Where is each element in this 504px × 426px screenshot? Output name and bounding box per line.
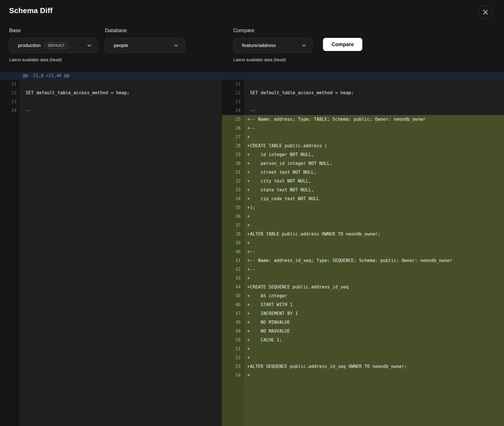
base-hint: Latest available data (head) — [9, 57, 98, 62]
line-text: AS integer — [250, 292, 287, 300]
diff-marker: + — [244, 362, 250, 371]
diff-marker: + — [244, 336, 250, 345]
diff-marker: + — [244, 274, 250, 283]
line-text: id integer NOT NULL, — [250, 150, 314, 159]
line-number: 49 — [222, 327, 244, 336]
diff-marker — [244, 97, 250, 106]
line-number: 42 — [222, 265, 244, 274]
diff-line: 47+ INCREMENT BY 1 — [222, 309, 504, 318]
line-text: -- Name: address; Type: TABLE; Schema: p… — [250, 115, 426, 124]
modal-header: Schema Diff — [0, 0, 504, 25]
diff-marker: + — [244, 124, 250, 133]
line-number: 28 — [222, 142, 244, 150]
compare-pane-filler — [222, 380, 504, 426]
line-number: 22 — [0, 89, 19, 97]
line-number: 29 — [222, 150, 244, 159]
diff-line: 53+ALTER SEQUENCE public.address_id_seq … — [222, 362, 504, 371]
diff-line: 28+CREATE TABLE public.address ( — [222, 142, 504, 150]
chevron-down-icon — [169, 44, 178, 47]
line-number: 24 — [0, 106, 19, 115]
diff-line: 22SET default_table_access_method = heap… — [222, 89, 504, 97]
diff-line: 45+ AS integer — [222, 292, 504, 300]
diff-line: 42+-- — [222, 265, 504, 274]
diff-marker: + — [244, 212, 250, 221]
line-number: 46 — [222, 300, 244, 309]
diff-line: 46+ START WITH 1 — [222, 300, 504, 309]
diff-line: 44+CREATE SEQUENCE public.address_id_seq — [222, 283, 504, 292]
close-icon — [483, 9, 488, 15]
line-number: 22 — [222, 89, 244, 97]
diff-marker: + — [244, 256, 250, 265]
hunk-header: @@ -21,8 +21,46 @@ — [0, 72, 504, 80]
line-number: 52 — [222, 353, 244, 362]
line-text: CACHE 1; — [250, 336, 282, 345]
line-number: 34 — [222, 194, 244, 203]
diff-line: 48+ NO MINVALUE — [222, 318, 504, 327]
line-number: 31 — [222, 168, 244, 177]
line-number: 48 — [222, 318, 244, 327]
compare-branch-select[interactable]: feature/address — [233, 38, 312, 53]
diff-line: 31+ street text NOT NULL, — [222, 168, 504, 177]
controls-row: Base production DEFAULT Latest available… — [0, 25, 504, 62]
database-select[interactable]: people — [105, 38, 185, 53]
diff-line: 24-- — [222, 106, 504, 115]
diff-lines-compare: 2122SET default_table_access_method = he… — [222, 80, 504, 380]
diff-marker: + — [244, 327, 250, 336]
diff-line: 21 — [222, 80, 504, 89]
compare-button[interactable]: Compare — [323, 38, 362, 51]
line-number: 47 — [222, 309, 244, 318]
database-group: Database people — [105, 27, 185, 53]
line-number: 51 — [222, 345, 244, 353]
line-number: 36 — [222, 212, 244, 221]
line-text: NO MINVALUE — [250, 318, 290, 327]
diff-marker: + — [244, 230, 250, 239]
diff-line: 23 — [0, 97, 222, 106]
schema-diff-view: @@ -21,8 +21,46 @@ 2122SET default_table… — [0, 72, 504, 426]
diff-marker: + — [244, 203, 250, 212]
compare-branch-value: feature/address — [242, 43, 276, 48]
line-number: 39 — [222, 239, 244, 247]
line-text: START WITH 1 — [250, 300, 292, 309]
diff-marker: + — [244, 194, 250, 203]
diff-marker — [244, 89, 250, 97]
diff-marker — [244, 106, 250, 115]
diff-line: 27+ — [222, 133, 504, 142]
diff-marker: + — [244, 159, 250, 168]
diff-marker — [19, 80, 26, 89]
diff-line: 21 — [0, 80, 222, 89]
line-text: -- Name: address_id_seq; Type: SEQUENCE;… — [250, 256, 452, 265]
line-number: 21 — [0, 80, 19, 89]
close-button[interactable] — [479, 6, 492, 19]
diff-line: 49+ NO MAXVALUE — [222, 327, 504, 336]
line-text: -- — [26, 106, 31, 115]
diff-line: 30+ person_id integer NOT NULL, — [222, 159, 504, 168]
diff-line: 35+); — [222, 203, 504, 212]
line-number: 24 — [222, 106, 244, 115]
line-number: 37 — [222, 221, 244, 230]
diff-line: 38+ALTER TABLE public.address OWNER TO n… — [222, 230, 504, 239]
compare-label: Compare — [233, 27, 312, 34]
line-text: ALTER SEQUENCE public.address_id_seq OWN… — [250, 362, 407, 371]
line-text: INCREMENT BY 1 — [250, 309, 298, 318]
diff-marker: + — [244, 353, 250, 362]
line-text: -- — [250, 247, 255, 256]
diff-line: 54+ — [222, 371, 504, 380]
diff-marker: + — [244, 177, 250, 186]
diff-marker — [19, 106, 26, 115]
line-text: city text NOT NULL, — [250, 177, 311, 186]
diff-marker: + — [244, 318, 250, 327]
line-text: CREATE TABLE public.address ( — [250, 142, 327, 150]
diff-marker: + — [244, 150, 250, 159]
diff-line: 36+ — [222, 212, 504, 221]
line-number: 38 — [222, 230, 244, 239]
base-branch-select[interactable]: production DEFAULT — [9, 38, 98, 53]
diff-line: 43+ — [222, 274, 504, 283]
database-label: Database — [105, 27, 185, 34]
diff-marker: + — [244, 221, 250, 230]
line-text: person_id integer NOT NULL, — [250, 159, 332, 168]
line-number: 30 — [222, 159, 244, 168]
diff-line: 25+-- Name: address; Type: TABLE; Schema… — [222, 115, 504, 124]
diff-marker: + — [244, 283, 250, 292]
line-number: 40 — [222, 247, 244, 256]
diff-line: 33+ state text NOT NULL, — [222, 186, 504, 194]
